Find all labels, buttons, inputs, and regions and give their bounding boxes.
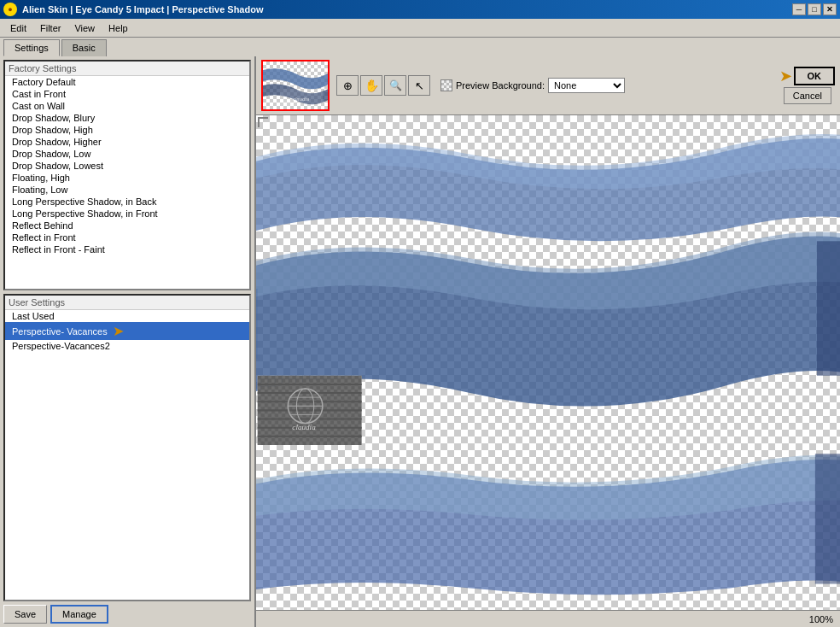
ok-arrow-icon: ➤ xyxy=(779,67,792,85)
cancel-button[interactable]: Cancel xyxy=(784,87,831,104)
preview-svg: claudia xyxy=(256,115,840,610)
app-icon: ● xyxy=(3,3,17,16)
list-item-reflect-in-front-faint[interactable]: Reflect in Front - Faint xyxy=(5,243,249,255)
list-item-cast-on-wall[interactable]: Cast on Wall xyxy=(5,100,249,112)
list-item-drop-shadow-low[interactable]: Drop Shadow, Low xyxy=(5,148,249,160)
list-item-perspective-vacances2[interactable]: Perspective-Vacances2 xyxy=(5,340,249,352)
list-item-cast-in-front[interactable]: Cast in Front xyxy=(5,88,249,100)
bottom-buttons: Save Manage xyxy=(3,601,251,624)
list-item-last-used[interactable]: Last Used xyxy=(5,310,249,322)
tab-basic[interactable]: Basic xyxy=(61,39,107,56)
statusbar: 100% xyxy=(256,610,840,627)
toolbar: ⊕ ✋ 🔍 ↖ xyxy=(336,75,430,96)
main-content: Factory Settings Factory Default Cast in… xyxy=(0,56,840,627)
titlebar: ● Alien Skin | Eye Candy 5 Impact | Pers… xyxy=(0,0,840,19)
preview-bg-label: Preview Background: xyxy=(456,80,545,91)
menu-edit[interactable]: Edit xyxy=(3,21,33,35)
tab-settings[interactable]: Settings xyxy=(3,39,60,56)
factory-settings-list[interactable]: Factory Settings Factory Default Cast in… xyxy=(5,62,249,289)
list-item-perspective-vacances[interactable]: Perspective- Vacances ➤ xyxy=(5,322,249,340)
list-item-drop-shadow-lowest[interactable]: Drop Shadow, Lowest xyxy=(5,160,249,172)
titlebar-buttons[interactable]: ─ □ ✕ xyxy=(792,3,837,15)
preview-thumbnail: claudia xyxy=(261,60,330,111)
manage-button[interactable]: Manage xyxy=(50,605,108,624)
zoom-tool-button[interactable]: 🔍 xyxy=(384,75,406,96)
pointer-tool-button[interactable]: ↖ xyxy=(408,75,430,96)
svg-rect-4 xyxy=(815,454,840,583)
move-tool-button[interactable]: ⊕ xyxy=(336,75,359,96)
svg-rect-3 xyxy=(256,289,258,358)
preview-strip: claudia ⊕ ✋ 🔍 ↖ Preview Background: None… xyxy=(256,56,840,115)
factory-settings-header: Factory Settings xyxy=(5,62,249,76)
hand-tool-button[interactable]: ✋ xyxy=(360,75,382,96)
preview-canvas: claudia xyxy=(256,115,840,610)
user-settings-list-container: User Settings Last Used Perspective- Vac… xyxy=(3,294,251,601)
close-button[interactable]: ✕ xyxy=(823,3,837,15)
ok-cancel-area: ➤ OK Cancel xyxy=(779,67,836,104)
list-item-drop-shadow-blury[interactable]: Drop Shadow, Blury xyxy=(5,112,249,124)
list-item-reflect-in-front[interactable]: Reflect in Front xyxy=(5,231,249,243)
list-item-long-perspective-back[interactable]: Long Perspective Shadow, in Back xyxy=(5,196,249,208)
list-item-drop-shadow-higher[interactable]: Drop Shadow, Higher xyxy=(5,136,249,148)
tabbar: Settings Basic xyxy=(0,38,840,56)
list-item-floating-high[interactable]: Floating, High xyxy=(5,172,249,184)
list-item-factory-default[interactable]: Factory Default xyxy=(5,76,249,88)
svg-text:claudia: claudia xyxy=(292,423,316,431)
menu-view[interactable]: View xyxy=(67,21,102,35)
user-settings-header: User Settings xyxy=(5,296,249,310)
perspective-vacances-label: Perspective- Vacances xyxy=(12,326,108,337)
preview-bg-swatch xyxy=(440,79,452,91)
menubar: Edit Filter View Help xyxy=(0,19,840,38)
list-item-drop-shadow-high[interactable]: Drop Shadow, High xyxy=(5,124,249,136)
list-item-floating-low[interactable]: Floating, Low xyxy=(5,184,249,196)
svg-text:claudia: claudia xyxy=(293,97,310,102)
titlebar-title: Alien Skin | Eye Candy 5 Impact | Perspe… xyxy=(22,4,263,15)
preview-bg-dropdown[interactable]: None White Black Gray xyxy=(548,78,625,93)
top-left-indicator xyxy=(258,117,268,127)
right-panel: claudia ⊕ ✋ 🔍 ↖ Preview Background: None… xyxy=(256,56,840,627)
gold-arrow-icon: ➤ xyxy=(113,323,124,339)
menu-help[interactable]: Help xyxy=(102,21,135,35)
zoom-level: 100% xyxy=(809,614,833,624)
list-item-long-perspective-front[interactable]: Long Perspective Shadow, in Front xyxy=(5,208,249,220)
save-button[interactable]: Save xyxy=(3,605,47,624)
factory-settings-list-container: Factory Settings Factory Default Cast in… xyxy=(3,60,251,290)
titlebar-left: ● Alien Skin | Eye Candy 5 Impact | Pers… xyxy=(3,3,263,16)
list-item-reflect-behind[interactable]: Reflect Behind xyxy=(5,220,249,231)
menu-filter[interactable]: Filter xyxy=(33,21,67,35)
ok-button[interactable]: OK xyxy=(794,67,836,85)
preview-background-selector: Preview Background: None White Black Gra… xyxy=(440,78,625,93)
svg-rect-2 xyxy=(817,241,840,375)
maximize-button[interactable]: □ xyxy=(808,3,821,15)
left-panel: Factory Settings Factory Default Cast in… xyxy=(0,56,256,627)
minimize-button[interactable]: ─ xyxy=(792,3,806,15)
